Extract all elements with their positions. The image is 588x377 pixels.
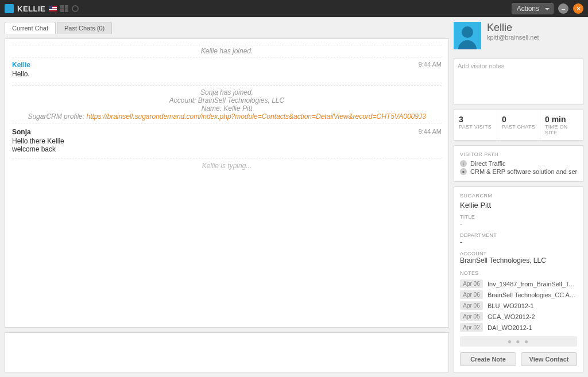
avatar xyxy=(454,22,481,49)
path-item[interactable]: ↓Direct Traffic xyxy=(460,160,577,168)
visitor-path-title: VISITOR PATH xyxy=(460,151,577,157)
stat-time-on-site: 0 min TIME ON SITE xyxy=(540,110,583,140)
note-row[interactable]: Apr 06BrainSell Technologies_CC AUTH xyxy=(460,290,577,299)
actions-dropdown[interactable]: Actions xyxy=(512,3,554,14)
more-notes-button[interactable]: ● ● ● xyxy=(460,336,577,347)
chat-tabs: Current Chat Past Chats (0) xyxy=(5,22,449,34)
visitor-path-card: VISITOR PATH ↓Direct Traffic ●CRM & ERP … xyxy=(454,145,583,182)
chat-transcript: Kellie has joined. Kellie 9:44 AM Hello.… xyxy=(5,38,449,328)
message-time: 9:44 AM xyxy=(419,128,442,136)
chat-message: Sonja 9:44 AM Hello there Kellie welcome… xyxy=(12,126,442,158)
message-time: 9:44 AM xyxy=(419,61,442,69)
crm-notes-list: Apr 06Inv_19487_from_BrainSell_Tech... A… xyxy=(460,279,577,347)
page-icon: ● xyxy=(460,168,467,175)
sugarcrm-title: SUGARCRM xyxy=(460,193,577,199)
stat-past-chats: 0 PAST CHATS xyxy=(497,110,540,140)
flag-us-icon xyxy=(49,6,57,11)
system-profile: SugarCRM profile: https://brainsell.suga… xyxy=(12,112,442,121)
system-block: Sonja has joined. Account: BrainSell Tec… xyxy=(12,85,442,123)
create-note-button[interactable]: Create Note xyxy=(460,352,516,366)
app-title: KELLIE xyxy=(17,5,45,13)
note-row[interactable]: Apr 06BLU_WO2012-1 xyxy=(460,301,577,310)
message-sender: Sonja xyxy=(12,128,31,136)
system-name: Name: Kellie Pitt xyxy=(12,104,442,112)
entry-icon: ↓ xyxy=(460,160,467,167)
message-sender: Kellie xyxy=(12,61,30,69)
top-bar: KELLIE Actions – ✕ xyxy=(0,0,588,17)
typing-indicator: Kellie is typing... xyxy=(12,158,442,173)
crm-title-value: - xyxy=(460,220,577,228)
visitor-header: Kellie kpitt@brainsell.net xyxy=(454,22,583,54)
chat-input[interactable] xyxy=(5,332,449,372)
system-account: Account: BrainSell Technologies, LLC xyxy=(12,96,442,104)
chat-message: Kellie 9:44 AM Hello. xyxy=(12,59,442,83)
visitor-notes-input[interactable]: Add visitor notes xyxy=(454,59,583,105)
crm-department-value: - xyxy=(460,238,577,246)
system-joined-2: Sonja has joined. xyxy=(12,88,442,96)
visitor-stats: 3 PAST VISITS 0 PAST CHATS 0 min TIME ON… xyxy=(454,110,583,141)
path-item[interactable]: ●CRM & ERP software solution and servic.… xyxy=(460,168,577,176)
actions-label: Actions xyxy=(517,5,539,13)
crm-account-value: BrainSell Technologies, LLC xyxy=(460,256,577,265)
stat-past-visits: 3 PAST VISITS xyxy=(454,110,497,140)
message-body: Hello there Kellie welcome back xyxy=(12,137,442,153)
visitor-name: Kellie xyxy=(487,22,539,34)
message-body: Hello. xyxy=(12,70,442,78)
tab-past-chats[interactable]: Past Chats (0) xyxy=(57,22,112,34)
close-button[interactable]: ✕ xyxy=(573,3,583,14)
tab-current-chat[interactable]: Current Chat xyxy=(5,22,56,34)
minimize-button[interactable]: – xyxy=(558,3,568,14)
note-row[interactable]: Apr 02DAI_WO2012-1 xyxy=(460,323,577,332)
app-icon xyxy=(5,4,14,13)
sugarcrm-profile-link[interactable]: https://brainsell.sugarondemand.com/inde… xyxy=(86,112,425,121)
note-row[interactable]: Apr 05GEA_WO2012-2 xyxy=(460,312,577,321)
system-joined-1: Kellie has joined. xyxy=(12,45,442,57)
view-contact-button[interactable]: View Contact xyxy=(521,352,577,366)
sugarcrm-card: SUGARCRM Kellie Pitt TITLE - DEPARTMENT … xyxy=(454,186,583,372)
browser-icon xyxy=(72,5,79,12)
note-row[interactable]: Apr 06Inv_19487_from_BrainSell_Tech... xyxy=(460,279,577,288)
crm-contact-name: Kellie Pitt xyxy=(460,201,577,209)
visitor-email: kpitt@brainsell.net xyxy=(487,34,539,41)
windows-icon xyxy=(60,5,68,12)
